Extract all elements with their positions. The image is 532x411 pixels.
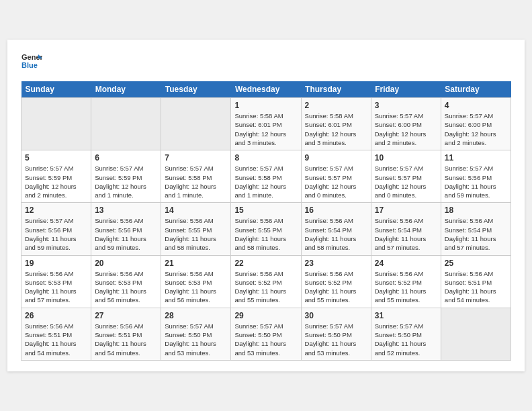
calendar-cell: 18Sunrise: 5:56 AMSunset: 5:54 PMDayligh… bbox=[441, 203, 511, 255]
day-info: Sunrise: 5:57 AMSunset: 5:50 PMDaylight:… bbox=[375, 322, 437, 357]
day-info: Sunrise: 5:57 AMSunset: 5:56 PMDaylight:… bbox=[445, 164, 507, 199]
calendar-cell: 22Sunrise: 5:56 AMSunset: 5:52 PMDayligh… bbox=[231, 255, 301, 308]
day-number: 29 bbox=[234, 311, 297, 320]
weekday-header-tuesday: Tuesday bbox=[161, 81, 231, 98]
calendar-cell bbox=[21, 98, 91, 150]
calendar-cell: 2Sunrise: 5:58 AMSunset: 6:01 PMDaylight… bbox=[301, 98, 371, 150]
calendar-header: General Blue bbox=[21, 50, 511, 75]
day-info: Sunrise: 5:56 AMSunset: 5:53 PMDaylight:… bbox=[165, 269, 227, 305]
day-number: 16 bbox=[305, 205, 367, 215]
day-info: Sunrise: 5:57 AMSunset: 5:58 PMDaylight:… bbox=[165, 164, 227, 199]
calendar-cell: 24Sunrise: 5:56 AMSunset: 5:52 PMDayligh… bbox=[371, 255, 441, 308]
day-number: 22 bbox=[234, 259, 297, 268]
weekday-row: SundayMondayTuesdayWednesdayThursdayFrid… bbox=[21, 81, 511, 98]
day-number: 14 bbox=[165, 205, 227, 215]
calendar-cell: 28Sunrise: 5:57 AMSunset: 5:50 PMDayligh… bbox=[161, 308, 231, 360]
day-info: Sunrise: 5:56 AMSunset: 5:52 PMDaylight:… bbox=[375, 269, 437, 305]
calendar-cell: 4Sunrise: 5:57 AMSunset: 6:00 PMDaylight… bbox=[441, 98, 511, 150]
calendar-cell: 17Sunrise: 5:56 AMSunset: 5:54 PMDayligh… bbox=[371, 203, 441, 255]
day-number: 19 bbox=[25, 259, 87, 268]
day-number: 7 bbox=[165, 153, 227, 163]
week-row-5: 26Sunrise: 5:56 AMSunset: 5:51 PMDayligh… bbox=[21, 308, 511, 360]
logo: General Blue bbox=[21, 50, 42, 75]
day-number: 15 bbox=[234, 205, 297, 215]
day-info: Sunrise: 5:57 AMSunset: 5:50 PMDaylight:… bbox=[234, 322, 297, 357]
day-number: 6 bbox=[95, 153, 157, 163]
day-info: Sunrise: 5:56 AMSunset: 5:51 PMDaylight:… bbox=[445, 269, 507, 305]
day-info: Sunrise: 5:57 AMSunset: 5:59 PMDaylight:… bbox=[95, 164, 157, 199]
week-row-2: 5Sunrise: 5:57 AMSunset: 5:59 PMDaylight… bbox=[21, 150, 511, 203]
day-info: Sunrise: 5:57 AMSunset: 5:50 PMDaylight:… bbox=[165, 322, 227, 357]
calendar-cell: 27Sunrise: 5:56 AMSunset: 5:51 PMDayligh… bbox=[91, 308, 161, 360]
calendar-cell: 9Sunrise: 5:57 AMSunset: 5:57 PMDaylight… bbox=[301, 150, 371, 203]
calendar-cell: 10Sunrise: 5:57 AMSunset: 5:57 PMDayligh… bbox=[371, 150, 441, 203]
day-number: 5 bbox=[25, 153, 87, 163]
day-info: Sunrise: 5:56 AMSunset: 5:53 PMDaylight:… bbox=[25, 269, 87, 305]
day-number: 25 bbox=[445, 259, 507, 268]
calendar-cell: 26Sunrise: 5:56 AMSunset: 5:51 PMDayligh… bbox=[21, 308, 91, 360]
calendar-cell: 13Sunrise: 5:56 AMSunset: 5:56 PMDayligh… bbox=[91, 203, 161, 255]
day-number: 13 bbox=[95, 205, 157, 215]
day-info: Sunrise: 5:57 AMSunset: 5:58 PMDaylight:… bbox=[234, 164, 297, 199]
day-number: 20 bbox=[95, 259, 157, 268]
calendar-cell: 29Sunrise: 5:57 AMSunset: 5:50 PMDayligh… bbox=[231, 308, 301, 360]
day-number: 12 bbox=[25, 205, 87, 215]
calendar-container: General Blue SundayMondayTuesdayWednesda… bbox=[7, 40, 525, 371]
day-info: Sunrise: 5:56 AMSunset: 5:56 PMDaylight:… bbox=[95, 216, 157, 252]
day-info: Sunrise: 5:57 AMSunset: 5:59 PMDaylight:… bbox=[25, 164, 87, 199]
calendar-cell: 11Sunrise: 5:57 AMSunset: 5:56 PMDayligh… bbox=[441, 150, 511, 203]
calendar-cell: 16Sunrise: 5:56 AMSunset: 5:54 PMDayligh… bbox=[301, 203, 371, 255]
day-number: 9 bbox=[305, 153, 367, 163]
calendar-cell: 30Sunrise: 5:57 AMSunset: 5:50 PMDayligh… bbox=[301, 308, 371, 360]
day-info: Sunrise: 5:56 AMSunset: 5:54 PMDaylight:… bbox=[445, 216, 507, 252]
day-info: Sunrise: 5:56 AMSunset: 5:52 PMDaylight:… bbox=[305, 269, 367, 305]
day-info: Sunrise: 5:56 AMSunset: 5:51 PMDaylight:… bbox=[25, 322, 87, 357]
day-number: 3 bbox=[375, 101, 437, 110]
day-info: Sunrise: 5:57 AMSunset: 5:57 PMDaylight:… bbox=[305, 164, 367, 199]
week-row-4: 19Sunrise: 5:56 AMSunset: 5:53 PMDayligh… bbox=[21, 255, 511, 308]
calendar-table: SundayMondayTuesdayWednesdayThursdayFrid… bbox=[21, 81, 511, 361]
weekday-header-saturday: Saturday bbox=[441, 81, 511, 98]
day-info: Sunrise: 5:56 AMSunset: 5:51 PMDaylight:… bbox=[95, 322, 157, 357]
weekday-header-thursday: Thursday bbox=[301, 81, 371, 98]
calendar-cell: 6Sunrise: 5:57 AMSunset: 5:59 PMDaylight… bbox=[91, 150, 161, 203]
day-number: 8 bbox=[234, 153, 297, 163]
day-number: 2 bbox=[305, 101, 367, 110]
day-number: 30 bbox=[305, 311, 367, 320]
weekday-header-friday: Friday bbox=[371, 81, 441, 98]
calendar-cell: 7Sunrise: 5:57 AMSunset: 5:58 PMDaylight… bbox=[161, 150, 231, 203]
weekday-header-wednesday: Wednesday bbox=[231, 81, 301, 98]
day-number: 26 bbox=[25, 311, 87, 320]
logo-display: General Blue bbox=[21, 50, 42, 75]
day-info: Sunrise: 5:58 AMSunset: 6:01 PMDaylight:… bbox=[234, 111, 297, 147]
day-info: Sunrise: 5:57 AMSunset: 6:00 PMDaylight:… bbox=[375, 111, 437, 147]
calendar-cell: 15Sunrise: 5:56 AMSunset: 5:55 PMDayligh… bbox=[231, 203, 301, 255]
day-number: 10 bbox=[375, 153, 437, 163]
calendar-cell: 19Sunrise: 5:56 AMSunset: 5:53 PMDayligh… bbox=[21, 255, 91, 308]
calendar-cell: 14Sunrise: 5:56 AMSunset: 5:55 PMDayligh… bbox=[161, 203, 231, 255]
day-info: Sunrise: 5:56 AMSunset: 5:54 PMDaylight:… bbox=[375, 216, 437, 252]
day-info: Sunrise: 5:57 AMSunset: 5:50 PMDaylight:… bbox=[305, 322, 367, 357]
day-number: 31 bbox=[375, 311, 437, 320]
day-info: Sunrise: 5:57 AMSunset: 5:56 PMDaylight:… bbox=[25, 216, 87, 252]
day-info: Sunrise: 5:57 AMSunset: 6:00 PMDaylight:… bbox=[445, 111, 507, 147]
calendar-header-row: SundayMondayTuesdayWednesdayThursdayFrid… bbox=[21, 81, 511, 98]
day-number: 27 bbox=[95, 311, 157, 320]
calendar-cell: 31Sunrise: 5:57 AMSunset: 5:50 PMDayligh… bbox=[371, 308, 441, 360]
day-info: Sunrise: 5:57 AMSunset: 5:57 PMDaylight:… bbox=[375, 164, 437, 199]
day-number: 23 bbox=[305, 259, 367, 268]
calendar-cell bbox=[91, 98, 161, 150]
day-number: 1 bbox=[234, 101, 297, 110]
day-number: 17 bbox=[375, 205, 437, 215]
calendar-cell: 20Sunrise: 5:56 AMSunset: 5:53 PMDayligh… bbox=[91, 255, 161, 308]
day-info: Sunrise: 5:56 AMSunset: 5:55 PMDaylight:… bbox=[234, 216, 297, 252]
day-number: 28 bbox=[165, 311, 227, 320]
svg-text:Blue: Blue bbox=[21, 61, 38, 69]
day-number: 4 bbox=[445, 101, 507, 110]
calendar-cell: 3Sunrise: 5:57 AMSunset: 6:00 PMDaylight… bbox=[371, 98, 441, 150]
week-row-3: 12Sunrise: 5:57 AMSunset: 5:56 PMDayligh… bbox=[21, 203, 511, 255]
calendar-cell bbox=[161, 98, 231, 150]
calendar-cell: 12Sunrise: 5:57 AMSunset: 5:56 PMDayligh… bbox=[21, 203, 91, 255]
calendar-cell: 5Sunrise: 5:57 AMSunset: 5:59 PMDaylight… bbox=[21, 150, 91, 203]
calendar-cell: 25Sunrise: 5:56 AMSunset: 5:51 PMDayligh… bbox=[441, 255, 511, 308]
